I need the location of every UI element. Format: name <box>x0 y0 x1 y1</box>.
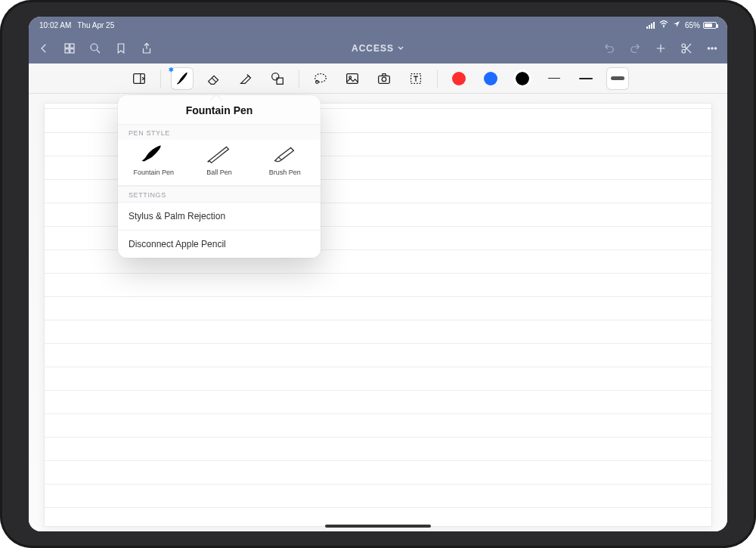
battery-percent: 65% <box>685 21 700 29</box>
shapes-tool[interactable] <box>267 68 288 89</box>
bluetooth-badge-icon: ✱ <box>169 67 174 73</box>
svg-point-0 <box>663 26 665 28</box>
document-title-button[interactable]: ACCESS <box>154 43 602 54</box>
ipad-frame: 10:02 AM Thu Apr 25 65% <box>0 0 756 548</box>
status-bar: 10:02 AM Thu Apr 25 65% <box>29 17 727 33</box>
top-nav: ACCESS <box>29 33 727 63</box>
svg-rect-3 <box>65 49 69 53</box>
scissors-button[interactable] <box>679 41 694 56</box>
documents-grid-button[interactable] <box>62 41 77 56</box>
svg-point-15 <box>315 80 318 83</box>
battery-indicator: 65% <box>685 21 717 29</box>
stroke-thick[interactable] <box>607 68 628 89</box>
pen-option-label: Brush Pen <box>269 169 301 176</box>
svg-point-9 <box>711 48 713 49</box>
pen-option-label: Fountain Pen <box>134 169 175 176</box>
add-button[interactable] <box>653 41 668 56</box>
tool-bar: ✱ <box>29 63 727 94</box>
image-tool[interactable] <box>342 68 363 89</box>
popover-section-settings: SETTINGS <box>118 186 321 202</box>
search-button[interactable] <box>88 41 103 56</box>
color-black[interactable] <box>512 68 533 89</box>
svg-point-5 <box>91 44 98 51</box>
popover-section-penstyle: PEN STYLE <box>118 124 321 140</box>
location-icon <box>673 20 680 29</box>
undo-button[interactable] <box>602 41 617 56</box>
toolbar-divider <box>437 70 438 88</box>
screen: 10:02 AM Thu Apr 25 65% <box>29 17 727 531</box>
pen-option-fountain[interactable]: Fountain Pen <box>123 144 184 176</box>
pen-option-brush[interactable]: Brush Pen <box>255 144 315 176</box>
pen-tool[interactable]: ✱ <box>172 68 193 89</box>
chevron-down-icon <box>397 45 404 52</box>
document-title: ACCESS <box>352 43 394 54</box>
svg-rect-1 <box>65 44 69 48</box>
wifi-icon <box>659 20 668 29</box>
svg-rect-4 <box>70 49 74 53</box>
svg-point-12 <box>271 73 278 79</box>
home-indicator[interactable] <box>325 525 431 528</box>
stroke-medium[interactable] <box>575 68 596 89</box>
status-time: 10:02 AM <box>39 21 71 29</box>
cellular-icon <box>646 22 655 29</box>
redo-button[interactable] <box>627 41 643 56</box>
svg-rect-11 <box>133 73 144 83</box>
share-button[interactable] <box>139 41 154 56</box>
svg-rect-2 <box>70 44 74 48</box>
svg-point-10 <box>714 48 716 49</box>
color-blue[interactable] <box>480 68 501 89</box>
view-close-tool[interactable] <box>129 68 150 89</box>
toolbar-divider <box>160 70 161 88</box>
pen-style-row: Fountain Pen Ball Pen Brush Pen <box>118 140 321 186</box>
pen-option-label: Ball Pen <box>206 169 232 176</box>
svg-point-8 <box>708 48 709 49</box>
popover-title: Fountain Pen <box>118 95 321 124</box>
pen-option-ball[interactable]: Ball Pen <box>189 144 249 176</box>
camera-tool[interactable] <box>373 68 395 89</box>
popover-item-stylus-palm[interactable]: Stylus & Palm Rejection <box>118 202 321 230</box>
lasso-tool[interactable] <box>310 68 331 89</box>
highlighter-tool[interactable] <box>235 68 256 89</box>
color-red[interactable] <box>448 68 469 89</box>
status-date: Thu Apr 25 <box>77 21 114 29</box>
svg-rect-16 <box>346 73 358 83</box>
stroke-thin[interactable] <box>544 68 565 89</box>
more-button[interactable] <box>705 41 720 56</box>
text-tool[interactable] <box>405 68 426 89</box>
eraser-tool[interactable] <box>203 68 225 89</box>
pen-popover: Fountain Pen PEN STYLE Fountain Pen Ball… <box>118 95 321 258</box>
popover-item-disconnect-pencil[interactable]: Disconnect Apple Pencil <box>118 230 321 258</box>
back-button[interactable] <box>36 41 51 56</box>
toolbar-divider <box>299 70 299 88</box>
svg-point-19 <box>382 77 386 82</box>
bookmark-button[interactable] <box>113 41 129 56</box>
